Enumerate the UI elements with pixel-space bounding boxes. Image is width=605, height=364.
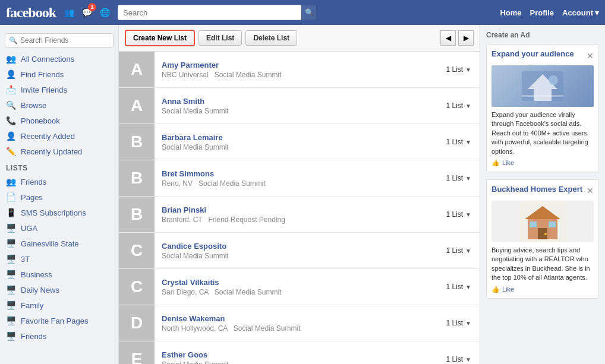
contact-row[interactable]: D Denise Wakeman North Hollywood, CA Soc… — [119, 305, 480, 341]
list-dropdown-arrow[interactable]: ▼ — [465, 103, 471, 109]
contact-avatar: B — [119, 160, 155, 196]
contact-list-count[interactable]: 1 List ▼ — [437, 283, 480, 291]
prev-arrow-button[interactable]: ◀ — [440, 30, 456, 46]
right-panel: Create an Ad Expand your audience ✕ Expa… — [480, 25, 605, 364]
delete-list-button[interactable]: Delete List — [245, 30, 297, 46]
ad1-image-svg — [519, 68, 566, 104]
messages-icon[interactable]: 💬 1 — [80, 5, 94, 20]
list-count-value: 1 List — [446, 174, 463, 182]
ad2-body: Buying advice, search tips and negotiati… — [491, 246, 594, 283]
contact-location: Social Media Summit — [162, 143, 229, 151]
list-dropdown-arrow[interactable]: ▼ — [465, 211, 471, 218]
search-button[interactable]: 🔍 — [301, 5, 317, 20]
sidebar-item-recently-updated[interactable]: ✏️ Recently Updated — [0, 144, 118, 159]
contact-row[interactable]: B Bret Simmons Reno, NV Social Media Sum… — [119, 160, 480, 197]
contact-row[interactable]: A Amy Parmenter NBC Universal Social Med… — [119, 52, 480, 88]
svg-point-3 — [549, 75, 558, 85]
3t-icon: 🖥️ — [6, 254, 16, 264]
list-dropdown-arrow[interactable]: ▼ — [465, 139, 471, 145]
sidebar-item-family[interactable]: 🖥️ Family — [0, 297, 118, 313]
all-connections-icon: 👥 — [6, 54, 16, 64]
search-input[interactable] — [118, 5, 302, 20]
avatar-image: C — [119, 269, 155, 305]
sidebar-item-invite-friends[interactable]: 📩 Invite Friends — [0, 82, 118, 97]
top-navigation: facebook 👥 💬 1 🌐 🔍 Home Profile Account … — [0, 0, 605, 25]
list-count-value: 1 List — [446, 65, 463, 74]
sidebar-item-sms[interactable]: 📱 SMS Subscriptions — [0, 205, 118, 220]
uga-icon: 🖥️ — [6, 223, 16, 233]
next-arrow-button[interactable]: ▶ — [458, 30, 474, 46]
globe-icon[interactable]: 🌐 — [97, 5, 112, 20]
list-dropdown-arrow[interactable]: ▼ — [465, 67, 471, 73]
sidebar-item-friends[interactable]: 👥 Friends — [0, 174, 118, 189]
contact-list-count[interactable]: 1 List ▼ — [437, 246, 480, 255]
contact-row[interactable]: C Crystal Vilkaitis San Diego, CA Social… — [119, 269, 480, 305]
list-count-value: 1 List — [446, 210, 463, 219]
contact-location: NBC Universal — [162, 71, 209, 79]
contact-info: Candice Esposito Social Media Summit — [155, 237, 437, 265]
friends-icon[interactable]: 👥 — [62, 5, 76, 20]
contact-info: Barbara Lemaire Social Media Summit — [155, 128, 437, 156]
contact-name: Barbara Lemaire — [162, 133, 430, 142]
contact-info: Esther Goos Social Media Summit — [155, 346, 437, 365]
account-menu[interactable]: Account ▾ — [562, 8, 599, 17]
ad1-close-button[interactable]: ✕ — [587, 52, 594, 60]
lists-section-title: Lists — [0, 159, 118, 174]
home-link[interactable]: Home — [500, 8, 521, 17]
friends-list-label: Friends — [21, 178, 46, 186]
edit-list-button[interactable]: Edit List — [198, 30, 242, 46]
sidebar-item-recently-added[interactable]: 👤 Recently Added — [0, 128, 118, 144]
fan-pages-icon: 🖥️ — [6, 316, 16, 325]
ad2-image — [491, 201, 594, 242]
list-dropdown-arrow[interactable]: ▼ — [465, 248, 471, 254]
friends2-icon: 🖥️ — [6, 331, 16, 341]
contact-avatar: B — [119, 124, 155, 160]
sidebar-item-phonebook[interactable]: 📞 Phonebook — [0, 113, 118, 128]
contact-list-count[interactable]: 1 List ▼ — [437, 319, 480, 327]
like2-thumb-icon: 👍 — [491, 286, 500, 293]
list-dropdown-arrow[interactable]: ▼ — [465, 320, 471, 327]
list-dropdown-arrow[interactable]: ▼ — [465, 356, 471, 363]
sidebar-item-uga[interactable]: 🖥️ UGA — [0, 220, 118, 236]
sidebar-item-find-friends[interactable]: 👤 Find Friends — [0, 67, 118, 82]
ad2-like-button[interactable]: 👍 Like — [491, 286, 594, 293]
list-dropdown-arrow[interactable]: ▼ — [465, 284, 471, 290]
contact-list-count[interactable]: 1 List ▼ — [437, 102, 480, 110]
contact-row[interactable]: B Barbara Lemaire Social Media Summit 1 … — [119, 124, 480, 160]
profile-link[interactable]: Profile — [530, 8, 554, 17]
sidebar-item-daily-news[interactable]: 🖥️ Daily News — [0, 282, 118, 297]
contact-list-count[interactable]: 1 List ▼ — [437, 174, 480, 182]
search-friends-input[interactable] — [20, 36, 109, 45]
ad2-close-button[interactable]: ✕ — [587, 186, 594, 195]
svg-point-9 — [544, 233, 547, 235]
sidebar-item-business[interactable]: 🖥️ Business — [0, 267, 118, 282]
contact-list-count[interactable]: 1 List ▼ — [437, 65, 480, 74]
contact-list-count[interactable]: 1 List ▼ — [437, 138, 480, 146]
business-label: Business — [21, 270, 52, 279]
toolbar: Create New List Edit List Delete List ◀ … — [119, 25, 480, 52]
facebook-logo[interactable]: facebook — [6, 5, 56, 21]
contact-row[interactable]: E Esther Goos Social Media Summit 1 List… — [119, 341, 480, 364]
account-label: Account — [562, 8, 593, 17]
content-area: Create New List Edit List Delete List ◀ … — [119, 25, 480, 364]
contact-list-count[interactable]: 1 List ▼ — [437, 355, 480, 363]
sidebar-item-gainesville[interactable]: 🖥️ Gainesville State — [0, 236, 118, 251]
list-dropdown-arrow[interactable]: ▼ — [465, 175, 471, 182]
create-new-list-button[interactable]: Create New List — [125, 30, 195, 46]
contact-row[interactable]: C Candice Esposito Social Media Summit 1… — [119, 233, 480, 269]
svg-rect-4 — [522, 95, 563, 97]
ad1-image — [491, 65, 594, 107]
sidebar-item-all-connections[interactable]: 👥 All Connections — [0, 51, 118, 67]
search-friends-box[interactable]: 🔍 — [5, 33, 114, 48]
sidebar-item-3t[interactable]: 🖥️ 3T — [0, 251, 118, 267]
sidebar-item-browse[interactable]: 🔍 Browse — [0, 97, 118, 113]
contact-info: Amy Parmenter NBC Universal Social Media… — [155, 56, 437, 84]
contact-row[interactable]: B Brian Pinski Branford, CT Friend Reque… — [119, 197, 480, 233]
contact-row[interactable]: A Anna Smith Social Media Summit 1 List … — [119, 88, 480, 124]
ad1-like-button[interactable]: 👍 Like — [491, 159, 594, 167]
contact-list-count[interactable]: 1 List ▼ — [437, 210, 480, 219]
sidebar-item-fan-pages[interactable]: 🖥️ Favorite Fan Pages — [0, 313, 118, 328]
sidebar-item-pages[interactable]: 📄 Pages — [0, 189, 118, 205]
family-label: Family — [21, 301, 43, 310]
sidebar-item-friends2[interactable]: 🖥️ Friends — [0, 328, 118, 344]
